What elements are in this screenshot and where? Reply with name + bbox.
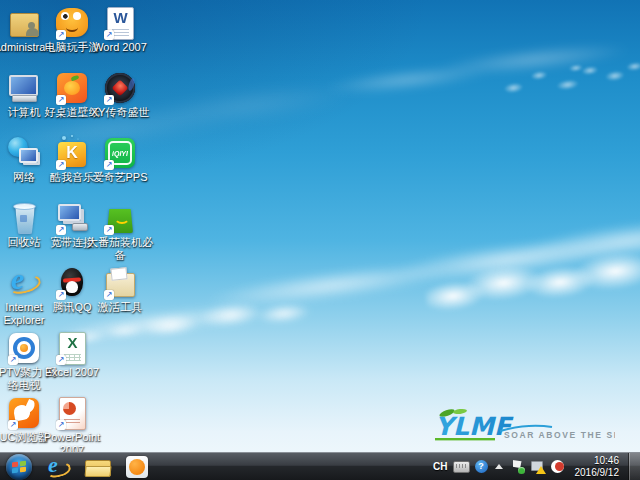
shortcut-arrow-icon	[104, 225, 114, 235]
desktop-icon-pptv[interactable]: PPTV聚力 网络电视	[0, 331, 48, 392]
language-indicator[interactable]: CH	[433, 461, 447, 472]
desktop-icon-label: Excel 2007	[39, 366, 105, 379]
shortcut-arrow-icon	[8, 420, 18, 430]
start-button[interactable]	[6, 454, 32, 480]
desktop-icon-tomato-appstore[interactable]: 大番茄装机必备	[96, 201, 144, 262]
watermark-brand: YLMF	[435, 412, 514, 441]
shortcut-arrow-icon	[104, 30, 114, 40]
shortcut-arrow-icon	[104, 160, 114, 170]
desktop-icon-label: 爱奇艺PPS	[87, 171, 153, 184]
desktop-icon-label: XY传奇盛世	[87, 106, 153, 119]
desktop: YLMF SOAR ABOVE THE SKY Administra... 电脑…	[0, 0, 640, 480]
cloud	[493, 48, 640, 112]
cloud	[57, 206, 640, 359]
cloud	[423, 244, 640, 319]
action-center-icon[interactable]	[510, 459, 525, 474]
taskbar-windows-media-player-icon[interactable]	[122, 454, 152, 480]
recycle-bin-icon	[7, 201, 41, 235]
shortcut-arrow-icon	[56, 225, 66, 235]
windows-flag-icon	[12, 468, 18, 474]
shortcut-arrow-icon	[56, 160, 66, 170]
desktop-icon-xy-legend[interactable]: XY传奇盛世	[96, 71, 144, 119]
desktop-icon-word-2007[interactable]: Word 2007	[96, 6, 144, 54]
desktop-icon-iqiyi-pps[interactable]: 爱奇艺PPS	[96, 136, 144, 184]
shortcut-arrow-icon	[56, 95, 66, 105]
desktop-icon-label: 大番茄装机必备	[87, 236, 153, 262]
shortcut-arrow-icon	[104, 290, 114, 300]
desktop-icon-excel-2007[interactable]: Excel 2007	[48, 331, 96, 379]
volume-icon[interactable]	[550, 459, 565, 474]
network-icon	[7, 136, 41, 170]
show-hidden-icons-chevron[interactable]	[495, 464, 503, 469]
windows-flag-icon	[20, 460, 26, 466]
windows-flag-icon	[20, 467, 26, 473]
user-folder-icon	[7, 6, 41, 40]
taskbar-windows-explorer-icon[interactable]	[82, 454, 112, 480]
shortcut-arrow-icon	[56, 290, 66, 300]
desktop-icon-powerpoint-2007[interactable]: PowerPoint 2007	[48, 396, 96, 457]
shortcut-arrow-icon	[56, 420, 66, 430]
desktop-icon-label: 激活工具	[87, 301, 153, 314]
internet-explorer-icon	[7, 266, 41, 300]
shortcut-arrow-icon	[56, 355, 66, 365]
desktop-icon-internet-explorer[interactable]: Internet Explorer	[0, 266, 48, 327]
cloud	[308, 31, 631, 110]
network-status-warning-icon[interactable]	[530, 459, 545, 474]
ylmf-watermark: YLMF SOAR ABOVE THE SKY	[430, 407, 615, 445]
desktop-icon-activation-tool[interactable]: 激活工具	[96, 266, 144, 314]
watermark-tagline-bar	[435, 438, 495, 440]
shortcut-arrow-icon	[56, 30, 66, 40]
show-desktop-button[interactable]	[628, 453, 640, 480]
desktop-icon-label: Word 2007	[87, 41, 153, 54]
keyboard-icon[interactable]	[453, 461, 470, 473]
shortcut-arrow-icon	[8, 355, 18, 365]
help-icon[interactable]	[475, 460, 488, 473]
system-tray: CH 10:46 2016/9/12	[433, 453, 640, 480]
windows-flag-icon	[12, 461, 18, 467]
clock[interactable]: 10:46 2016/9/12	[575, 455, 620, 479]
computer-icon	[7, 71, 41, 105]
clock-date: 2016/9/12	[575, 467, 620, 479]
clock-time: 10:46	[575, 455, 620, 467]
watermark-slogan: SOAR ABOVE THE SKY	[504, 430, 615, 440]
taskbar-internet-explorer-icon[interactable]	[42, 454, 72, 480]
shortcut-arrow-icon	[104, 95, 114, 105]
cloud	[133, 289, 311, 347]
taskbar: CH 10:46 2016/9/12	[0, 452, 640, 480]
